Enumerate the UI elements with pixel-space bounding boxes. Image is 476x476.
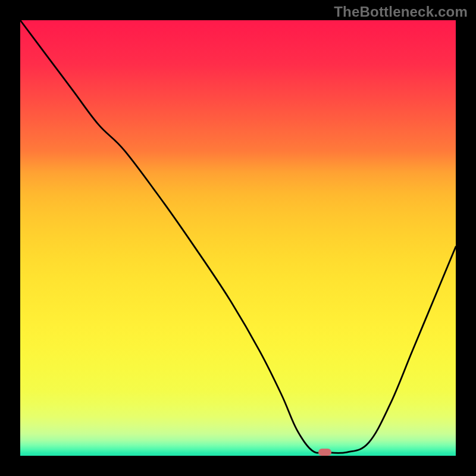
- chart-frame: TheBottleneck.com: [0, 0, 476, 476]
- plot-area: [20, 20, 456, 456]
- optimal-marker: [318, 449, 331, 456]
- watermark-text: TheBottleneck.com: [334, 4, 468, 20]
- bottleneck-curve: [20, 20, 456, 456]
